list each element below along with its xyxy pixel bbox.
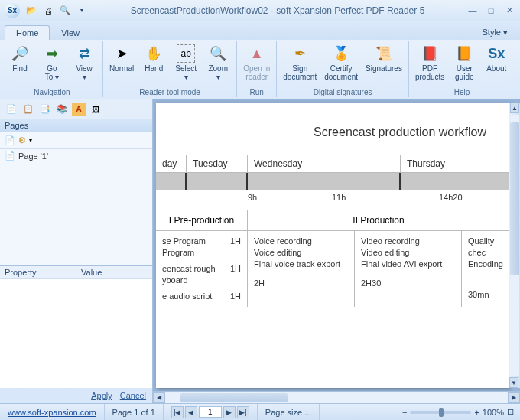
last-page-button[interactable]: ▶|	[237, 406, 249, 418]
app-logo[interactable]: Sx	[5, 3, 20, 18]
image-icon[interactable]: 🖼	[89, 103, 102, 116]
first-page-button[interactable]: |◀	[171, 406, 184, 418]
phase-cell: I Pre-production	[156, 210, 248, 230]
next-page-button[interactable]: ▶	[223, 406, 236, 418]
scroll-down-icon[interactable]: ▼	[509, 377, 518, 388]
vendor-link-segment: www.soft-xpansion.com	[0, 404, 105, 420]
group-run: ▲Open in reader Run	[237, 41, 277, 97]
hand-button[interactable]: ✋Hand	[138, 43, 169, 74]
arrow-right-icon: ➡	[43, 44, 61, 63]
close-button[interactable]: ✕	[503, 5, 515, 17]
magnifier-icon: 🔍	[209, 44, 227, 63]
group-label: Reader tool mode	[106, 87, 233, 97]
view-button[interactable]: ⇄View ▾	[69, 43, 99, 83]
zoom-thumb[interactable]	[439, 408, 444, 417]
task-cell: Quality chec Encoding 30mn	[462, 231, 509, 307]
ribbon-tabs: Home View Style ▾	[0, 21, 520, 40]
signatures-icon: 📜	[375, 44, 393, 63]
search-icon[interactable]: 🔍	[58, 4, 72, 18]
copy-icon[interactable]: 📋	[21, 103, 35, 116]
day-cell: Wednesday	[248, 155, 401, 172]
zoom-controls: − + 100% ⊡	[396, 407, 520, 417]
select-button[interactable]: abSelect ▾	[171, 43, 201, 83]
adobe-icon: ▲	[248, 44, 266, 63]
task-cell: Video recording Video editing Final vide…	[355, 231, 462, 307]
content-row: se Program1H Program eencast rough1H ybo…	[156, 231, 509, 307]
certify-button[interactable]: 🏅Certify document	[321, 43, 361, 83]
style-menu[interactable]: Style ▾	[474, 25, 515, 40]
duration-label: 9h	[248, 193, 332, 202]
thumb-icon[interactable]: 📄	[5, 135, 15, 145]
horizontal-scrollbar[interactable]: ◀ ▶	[153, 391, 520, 403]
timeline-bar	[156, 173, 509, 190]
scroll-right-icon[interactable]: ▶	[508, 392, 520, 403]
pdf-products-button[interactable]: 📕PDF products	[412, 43, 447, 83]
guide-icon: 📙	[455, 44, 473, 63]
maximize-button[interactable]: □	[485, 5, 497, 17]
zoom-value: 100%	[483, 408, 504, 417]
page-size: Page size ...	[258, 404, 320, 420]
bookmark-icon[interactable]: 📑	[38, 103, 52, 116]
tab-view[interactable]: View	[50, 25, 91, 40]
apply-link[interactable]: Apply	[91, 391, 112, 400]
durations-row: 9h 11h 14h20	[156, 190, 509, 202]
user-guide-button[interactable]: 📙User guide	[449, 43, 479, 83]
page-input[interactable]	[199, 406, 222, 418]
zoom-slider[interactable]	[410, 411, 471, 414]
document-viewport[interactable]: Screencast production workflow day Tuesd…	[153, 99, 520, 391]
document-area: Screencast production workflow day Tuesd…	[153, 99, 520, 403]
vendor-link[interactable]: www.soft-xpansion.com	[8, 408, 96, 417]
signatures-button[interactable]: 📜Signatures	[362, 43, 405, 74]
page-tree-item[interactable]: 📄 Page '1'	[0, 149, 152, 162]
quick-access-toolbar: 📂 🖨 🔍 ▾	[24, 4, 89, 18]
fit-icon[interactable]: ⊡	[507, 407, 514, 417]
group-reader-tool: ➤Normal ✋Hand abSelect ▾ 🔍Zoom ▾ Reader …	[103, 41, 237, 97]
about-button[interactable]: SxAbout	[481, 43, 512, 74]
open-icon[interactable]: 📂	[24, 4, 38, 18]
certificate-icon: 🏅	[332, 44, 350, 63]
group-signatures: ✒Sign document 🏅Certify document 📜Signat…	[277, 41, 409, 97]
gear-icon[interactable]: ⚙	[18, 135, 26, 145]
open-in-reader-button[interactable]: ▲Open in reader	[240, 43, 273, 83]
normal-button[interactable]: ➤Normal	[106, 43, 137, 74]
scroll-left-icon[interactable]: ◀	[153, 392, 165, 403]
chevron-down-icon[interactable]: ▾	[29, 137, 32, 144]
titlebar: Sx 📂 🖨 🔍 ▾ ScreencastProductionWorkflow0…	[0, 0, 520, 21]
scroll-up-icon[interactable]: ▲	[510, 103, 519, 113]
arrows-icon: ⇄	[75, 44, 93, 63]
day-cell: Thursday	[401, 155, 508, 172]
pages-list: 📄 ⚙ ▾ 📄 Page '1'	[0, 132, 152, 265]
scroll-thumb[interactable]	[180, 393, 288, 402]
sign-button[interactable]: ✒Sign document	[280, 43, 320, 83]
minimize-button[interactable]: —	[466, 5, 479, 17]
scroll-thumb[interactable]	[510, 122, 519, 275]
find-button[interactable]: 🔎Find	[5, 43, 35, 74]
page-item-label: Page '1'	[18, 151, 48, 161]
group-navigation: 🔎Find ➡Go To ▾ ⇄View ▾ Navigation	[2, 41, 103, 97]
page-icon[interactable]: 📄	[5, 103, 18, 116]
book-icon: 📕	[421, 44, 439, 63]
tab-home[interactable]: Home	[5, 25, 50, 40]
phase-row: I Pre-production II Production	[156, 210, 509, 231]
pages-toolbar: 📄 ⚙ ▾	[0, 132, 152, 149]
group-label: Run	[240, 87, 273, 97]
panel-footer: Apply Cancel	[0, 388, 152, 403]
cancel-link[interactable]: Cancel	[120, 391, 146, 400]
layers-icon[interactable]: 📚	[55, 103, 69, 116]
vertical-scrollbar[interactable]: ▲ ▼	[509, 103, 520, 388]
zoom-button[interactable]: 🔍Zoom ▾	[203, 43, 233, 83]
value-column-header: Value	[76, 266, 152, 279]
goto-button[interactable]: ➡Go To ▾	[37, 43, 67, 83]
pages-header: Pages	[0, 119, 152, 132]
duration-label: 14h20	[439, 193, 463, 202]
task-cell: se Program1H Program eencast rough1H ybo…	[156, 231, 248, 307]
text-icon[interactable]: A	[72, 103, 86, 116]
print-icon[interactable]: 🖨	[41, 4, 55, 18]
page-nav: |◀ ◀ ▶ ▶|	[164, 404, 258, 420]
zoom-out-button[interactable]: −	[402, 408, 407, 417]
dropdown-icon[interactable]: ▾	[75, 4, 89, 18]
properties-panel: Property Value Apply Cancel	[0, 265, 152, 403]
prev-page-button[interactable]: ◀	[185, 406, 197, 418]
zoom-in-button[interactable]: +	[474, 408, 479, 417]
window-title: ScreencastProductionWorkflow02 - soft Xp…	[89, 5, 466, 16]
